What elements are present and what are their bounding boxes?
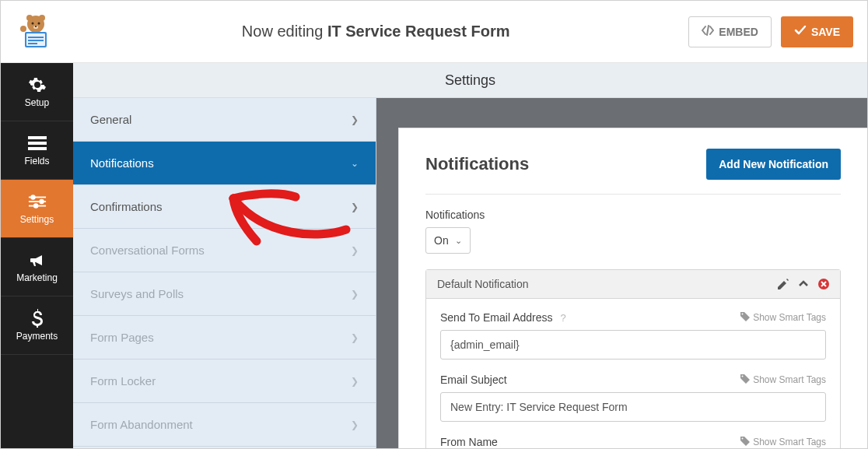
settings-item-conversational-forms[interactable]: Conversational Forms ❯ — [73, 229, 376, 272]
svg-point-2 — [39, 15, 45, 21]
settings-item-general[interactable]: General ❯ — [73, 98, 376, 142]
content-wrap: Settings General ❯ Notifications ⌄ Confi… — [73, 63, 867, 449]
edit-icon[interactable] — [778, 279, 789, 289]
nav-item-settings[interactable]: Settings — [1, 180, 73, 238]
svg-rect-14 — [28, 142, 47, 145]
field-subject: Email Subject Show Smart Tags — [440, 374, 826, 422]
code-icon — [702, 24, 714, 39]
menu-label: Form Abandonment — [90, 418, 193, 431]
delete-icon[interactable] — [818, 279, 829, 289]
settings-item-notifications[interactable]: Notifications ⌄ — [73, 142, 376, 185]
settings-menu: General ❯ Notifications ⌄ Confirmations … — [73, 98, 376, 449]
bullhorn-icon — [28, 251, 47, 269]
svg-rect-10 — [28, 40, 44, 41]
settings-item-form-pages[interactable]: Form Pages ❯ — [73, 316, 376, 360]
dollar-icon — [28, 309, 47, 328]
embed-button[interactable]: EMBED — [688, 16, 772, 47]
page-title: Now editing IT Service Request Form — [63, 23, 688, 40]
smart-tags-toggle[interactable]: Show Smart Tags — [740, 437, 826, 448]
chevron-right-icon: ❯ — [351, 332, 359, 343]
svg-rect-15 — [28, 147, 47, 150]
smart-tags-toggle[interactable]: Show Smart Tags — [740, 374, 826, 386]
svg-point-4 — [38, 22, 40, 24]
chevron-right-icon: ❯ — [351, 202, 359, 212]
svg-rect-11 — [28, 43, 37, 44]
top-buttons: EMBED SAVE — [688, 16, 853, 47]
check-icon — [794, 24, 807, 39]
content-header: Settings — [73, 63, 867, 98]
menu-label: Confirmations — [90, 200, 163, 213]
settings-item-form-abandonment[interactable]: Form Abandonment ❯ — [73, 403, 376, 447]
nav-item-fields[interactable]: Fields — [1, 121, 73, 180]
app-logo — [9, 12, 63, 52]
main: Setup Fields Settings Marketing Payments — [1, 63, 867, 449]
list-icon — [28, 134, 47, 153]
panel-title: Notifications — [425, 154, 529, 174]
chevron-right-icon: ❯ — [351, 114, 359, 125]
save-button[interactable]: SAVE — [781, 16, 853, 47]
settings-item-confirmations[interactable]: Confirmations ❯ — [73, 185, 376, 229]
nav-label: Marketing — [16, 272, 58, 283]
tag-icon — [740, 312, 750, 324]
nav-label: Payments — [16, 331, 58, 342]
card-actions — [778, 279, 829, 289]
top-bar: Now editing IT Service Request Form EMBE… — [1, 1, 867, 63]
tag-icon — [740, 374, 750, 386]
menu-label: Notifications — [90, 156, 154, 170]
nav-label: Setup — [25, 97, 49, 108]
nav-label: Fields — [24, 156, 49, 167]
nav-label: Settings — [20, 214, 54, 225]
chevron-right-icon: ❯ — [351, 245, 359, 256]
svg-point-21 — [33, 204, 37, 208]
svg-point-19 — [31, 195, 35, 199]
tag-icon — [740, 437, 750, 448]
send-to-input[interactable] — [440, 330, 826, 360]
card-title: Default Notification — [437, 278, 529, 290]
help-icon[interactable]: ? — [560, 312, 565, 324]
menu-label: Form Pages — [90, 331, 154, 344]
content-body: General ❯ Notifications ⌄ Confirmations … — [73, 98, 867, 449]
smart-tags-toggle[interactable]: Show Smart Tags — [740, 312, 826, 324]
chevron-down-icon: ⌄ — [455, 236, 462, 246]
field-from-name: From Name Show Smart Tags — [440, 436, 826, 448]
menu-label: Form Locker — [90, 374, 156, 388]
menu-label: Surveys and Polls — [90, 287, 184, 300]
svg-point-12 — [20, 26, 26, 32]
add-notification-button[interactable]: Add New Notification — [706, 149, 841, 180]
field-label: Send To Email Address ? — [440, 311, 566, 324]
notifications-toggle-label: Notifications — [425, 209, 841, 221]
editing-prefix: Now editing — [242, 23, 324, 40]
card-header: Default Notification — [426, 270, 840, 299]
notifications-panel: Notifications Add New Notification Notif… — [398, 128, 867, 449]
svg-point-20 — [40, 200, 44, 204]
field-label: From Name — [440, 436, 498, 448]
chevron-right-icon: ❯ — [351, 376, 359, 387]
content-header-label: Settings — [445, 72, 495, 89]
nav-item-marketing[interactable]: Marketing — [1, 238, 73, 296]
collapse-icon[interactable] — [798, 279, 809, 289]
chevron-right-icon: ❯ — [351, 289, 359, 300]
card-body: Send To Email Address ? Show Smart Tags — [426, 299, 840, 449]
primary-nav: Setup Fields Settings Marketing Payments — [1, 63, 73, 449]
gear-icon — [28, 75, 47, 94]
svg-rect-9 — [28, 37, 44, 38]
subject-input[interactable] — [440, 392, 826, 422]
notifications-toggle[interactable]: On ⌄ — [425, 227, 471, 254]
settings-item-form-locker[interactable]: Form Locker ❯ — [73, 360, 376, 403]
field-label: Email Subject — [440, 374, 507, 386]
panel-area: Notifications Add New Notification Notif… — [376, 98, 867, 449]
svg-point-1 — [26, 15, 33, 21]
menu-label: General — [90, 113, 131, 126]
notification-card: Default Notification — [425, 269, 841, 449]
field-send-to: Send To Email Address ? Show Smart Tags — [440, 311, 826, 360]
svg-point-6 — [35, 26, 37, 27]
menu-label: Conversational Forms — [90, 244, 205, 257]
save-label: SAVE — [811, 26, 840, 38]
settings-item-surveys-polls[interactable]: Surveys and Polls ❯ — [73, 272, 376, 316]
nav-item-setup[interactable]: Setup — [1, 63, 73, 121]
nav-item-payments[interactable]: Payments — [1, 296, 73, 355]
chevron-down-icon: ⌄ — [351, 158, 359, 169]
panel-header: Notifications Add New Notification — [425, 149, 841, 195]
sliders-icon — [28, 192, 47, 211]
svg-rect-13 — [28, 136, 47, 139]
